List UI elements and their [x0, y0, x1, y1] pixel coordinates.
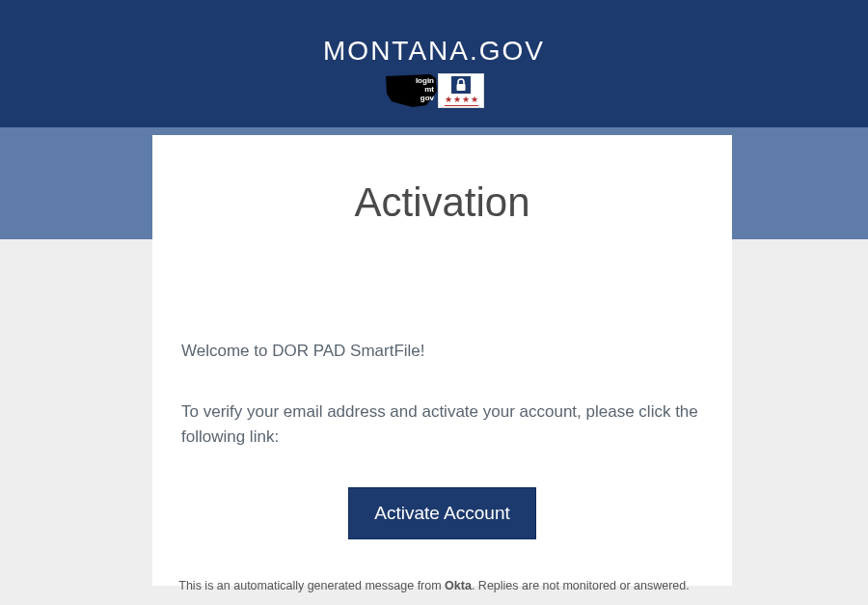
header-dark-banner: MONTANA.GOV login mt gov ★★★★	[0, 0, 868, 127]
footer-brand: Okta	[445, 579, 472, 592]
site-title: MONTANA.GOV	[323, 36, 545, 67]
footer-disclaimer: This is an automatically generated messa…	[0, 579, 868, 592]
instruction-text: To verify your email address and activat…	[181, 399, 703, 451]
activation-card: Activation Welcome to DOR PAD SmartFile!…	[152, 135, 732, 586]
lock-badge: ★★★★	[438, 73, 484, 108]
footer-suffix: . Replies are not monitored or answered.	[472, 579, 690, 592]
activate-account-button[interactable]: Activate Account	[348, 487, 535, 539]
stars-row: ★★★★	[445, 96, 478, 106]
welcome-text: Welcome to DOR PAD SmartFile!	[181, 342, 703, 361]
logo-text-line3: gov	[416, 94, 434, 102]
card-title: Activation	[181, 179, 703, 226]
logo-state-text: login mt gov	[416, 76, 434, 102]
logo-text-line1: login	[416, 76, 434, 85]
logo-block: login mt gov ★★★★	[384, 72, 484, 109]
lock-icon	[451, 76, 471, 94]
svg-rect-0	[457, 84, 466, 91]
logo-text-line2: mt	[416, 85, 434, 94]
footer-prefix: This is an automatically generated messa…	[178, 579, 445, 592]
montana-state-icon: login mt gov	[384, 72, 440, 109]
